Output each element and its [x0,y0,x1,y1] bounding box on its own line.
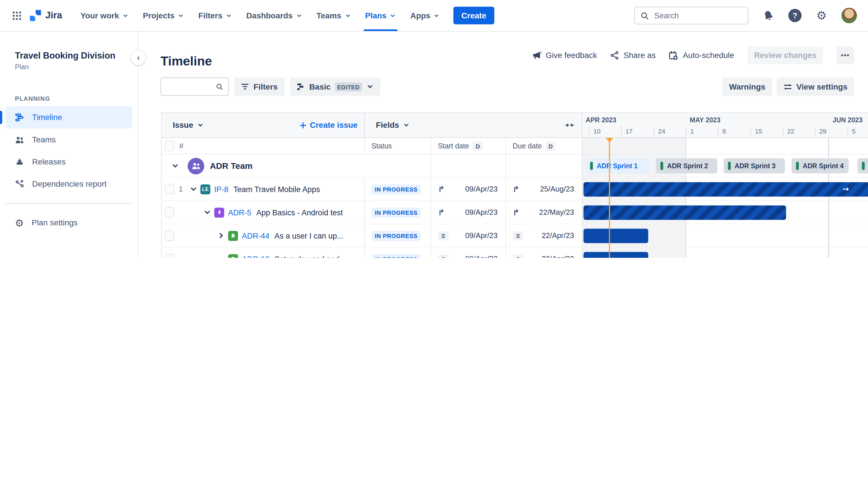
issue-key-link[interactable]: IP-8 [214,185,229,194]
expand-chevron[interactable] [218,232,228,239]
expand-chevron[interactable] [190,185,201,193]
collapse-team-chevron[interactable] [172,162,182,169]
gantt-bar-adr-12[interactable] [583,252,648,258]
plan-search[interactable] [160,77,229,96]
give-feedback-button[interactable]: Give feedback [532,51,597,60]
sidebar-item-timeline[interactable]: Timeline [5,106,132,128]
issue-title[interactable]: Team Travel Mobile Apps [233,185,320,194]
status-cell[interactable]: IN PROGRESS [365,178,431,200]
view-selector-button[interactable]: Basic EDITED [290,77,380,96]
issue-title[interactable]: Setup dev and and ... [274,254,348,258]
issue-row-adr-44[interactable]: ADR-44As a user I can up...IN PROGRESSS0… [162,224,868,247]
timeline-cell [582,224,868,247]
share-as-button[interactable]: Share as [610,51,655,60]
sprint-bar-adr-sprint-2[interactable]: ADR Sprint 2 [656,158,717,173]
row-checkbox[interactable] [165,184,174,194]
fields-dropdown[interactable]: Fields [376,120,409,129]
chevron-down-icon [122,12,128,18]
start-date-cell[interactable]: ↱09/Apr/23 [431,201,506,224]
dependencies-icon [15,180,25,188]
chevron-down-icon [226,12,232,18]
filters-button[interactable]: Filters [234,77,285,96]
start-date-column-header[interactable]: Start dateD [431,138,506,154]
rolled-up-date-icon: ↱ [513,184,520,194]
start-date-cell[interactable]: ↱09/Apr/23 [431,178,506,200]
view-settings-button[interactable]: View settings [777,77,854,96]
nav-item-your-work[interactable]: Your work [73,0,136,31]
row-checkbox[interactable] [165,207,174,218]
due-date-cell[interactable]: S22/Apr/23 [506,247,582,258]
collapse-columns-icon[interactable] [565,121,574,129]
issue-key-link[interactable]: ADR-12 [242,254,270,258]
sprint-bar-adr-sprint-1[interactable]: ADR Sprint 1 [585,158,649,173]
nav-item-teams[interactable]: Teams [309,0,358,31]
sidebar-collapse-button[interactable]: ‹ [131,50,146,66]
sidebar-item-dependencies-report[interactable]: Dependencies report [5,173,132,195]
due-date-cell[interactable]: ↱25/Aug/23 [506,178,582,200]
status-cell[interactable]: IN PROGRESS [365,201,431,224]
due-date-cell[interactable]: ↱22/May/23 [506,201,582,224]
status-cell[interactable]: IN PROGRESS [365,224,431,247]
nav-item-apps[interactable]: Apps [403,0,447,31]
row-checkbox[interactable] [165,254,174,258]
user-avatar[interactable] [841,8,857,23]
nav-item-plans[interactable]: Plans [358,0,403,31]
team-name[interactable]: ADR Team [210,161,252,171]
search-input[interactable] [653,11,733,21]
grid-header: Issue Create issue Fields APR 2023MA [162,113,868,138]
nav-item-projects[interactable]: Projects [136,0,191,31]
settings-gear-icon[interactable]: ⚙ [813,6,830,24]
edited-badge: EDITED [335,82,362,91]
sprint-date-badge: S [513,254,523,258]
nav-item-dashboards[interactable]: Dashboards [239,0,309,31]
gantt-bar-adr-5[interactable] [583,205,786,219]
week-tick-label: 15 [751,127,762,136]
create-button[interactable]: Create [453,6,494,24]
create-issue-button[interactable]: Create issue [299,120,358,129]
start-date-cell[interactable]: S09/Apr/23 [431,224,506,247]
sidebar-item-plan-settings[interactable]: ⚙ Plan settings [5,212,132,234]
status-cell[interactable]: IN PROGRESS [365,247,431,258]
gantt-bar-ip-8[interactable]: → [583,182,868,197]
status-column-header[interactable]: Status [365,138,431,154]
nav-item-filters[interactable]: Filters [191,0,239,31]
jira-logo[interactable]: Jira [29,9,62,22]
toolbar-right: Warnings View settings [722,77,854,96]
app-switcher-icon[interactable] [8,6,26,24]
issue-header-dropdown[interactable]: Issue [173,120,204,129]
more-menu-button[interactable]: ••• [836,46,854,64]
issue-key-link[interactable]: ADR-5 [228,208,251,217]
issue-key-link[interactable]: ADR-44 [242,231,270,240]
plan-search-input[interactable] [166,82,216,91]
warnings-button[interactable]: Warnings [722,77,772,96]
gantt-bar-adr-44[interactable] [583,229,648,243]
due-date-column-header[interactable]: Due dateD [506,138,582,154]
jira-plan-timeline: Jira Your workProjectsFiltersDashboardsT… [0,0,868,258]
issue-title[interactable]: As a user I can up... [274,231,343,240]
global-search[interactable] [634,6,748,24]
row-number: 1 [179,185,190,193]
help-icon[interactable]: ? [788,9,801,22]
expand-chevron[interactable] [204,209,214,216]
due-date-cell[interactable]: S22/Apr/23 [506,224,582,247]
sprint-bar-adr-sprint-3[interactable]: ADR Sprint 3 [724,158,785,173]
sidebar-item-releases[interactable]: Releases [5,151,132,173]
sprint-status-pill [661,162,663,170]
select-all-checkbox[interactable] [165,141,174,151]
review-changes-button[interactable]: Review changes [748,46,823,64]
sprint-bar-adr-sprint-4[interactable]: ADR Sprint 4 [792,158,849,173]
sprint-date-badge: S [513,231,523,240]
start-date-cell[interactable]: S09/Apr/23 [431,247,506,258]
gear-icon: ⚙ [15,217,24,229]
month-label: APR 2023 [585,116,616,124]
issue-row-adr-5[interactable]: ADR-5App Basics - Android testIN PROGRES… [162,201,868,224]
sprint-bar-adr-sprint-5[interactable]: ADR Sprint 5 [857,158,868,173]
issue-title[interactable]: App Basics - Android test [256,208,343,217]
row-checkbox[interactable] [165,230,174,241]
notifications-icon[interactable] [757,4,780,27]
sidebar-item-teams[interactable]: Teams [5,128,132,151]
issue-row-ip-8[interactable]: 1LEIP-8Team Travel Mobile AppsIN PROGRES… [162,178,868,201]
chevron-down-icon [345,12,351,18]
auto-schedule-button[interactable]: Auto-schedule [669,51,734,60]
issue-row-adr-12[interactable]: ADR-12Setup dev and and ...IN PROGRESSS0… [162,247,868,258]
